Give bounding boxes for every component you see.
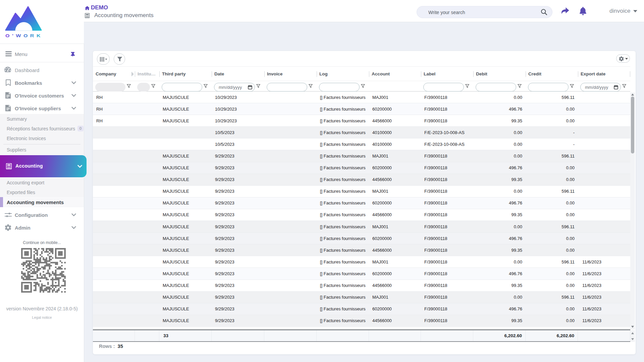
svg-text:O'WORK: O'WORK <box>5 33 42 38</box>
